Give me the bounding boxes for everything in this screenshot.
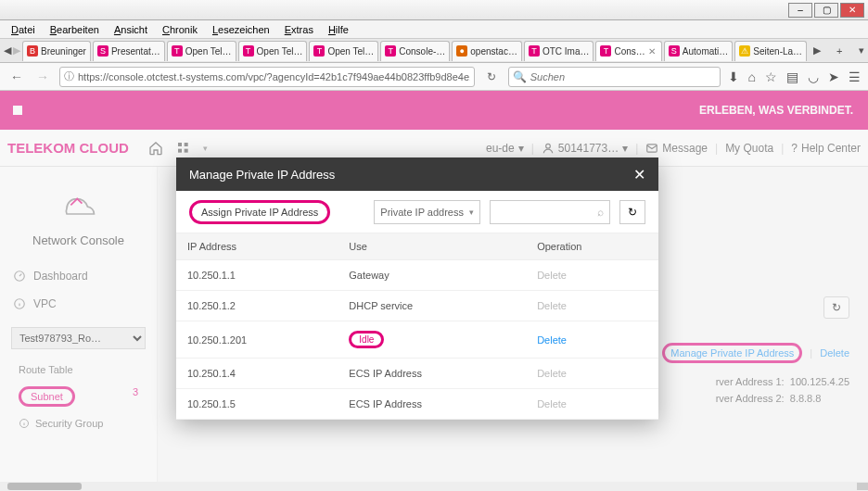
browser-tab[interactable]: ●openstac…	[452, 41, 522, 61]
menu-hilfe[interactable]: Hilfe	[321, 22, 356, 37]
search-icon: ⌕	[597, 206, 604, 219]
cell-ip: 10.250.1.1	[176, 260, 338, 291]
horizontal-scrollbar[interactable]	[0, 482, 868, 491]
nav-fwd-button[interactable]: →	[33, 68, 52, 86]
cell-use: ECS IP Address	[338, 389, 526, 420]
browser-tabstrip: ◀ ▶ BBreuningerSPresentat…TOpen Tel…TOpe…	[0, 39, 868, 63]
ip-table: IP Address Use Operation 10.250.1.1Gatew…	[176, 233, 658, 420]
new-tab-button[interactable]: +	[831, 43, 848, 59]
modal-reload-button[interactable]: ↻	[619, 200, 645, 224]
favicon: T	[243, 45, 254, 57]
site-identity-icon[interactable]: ⓘ	[64, 69, 74, 83]
modal-close-button[interactable]: ✕	[633, 166, 645, 183]
scrollbar-button[interactable]	[857, 483, 868, 490]
cell-ip: 10.250.1.5	[176, 389, 338, 420]
browser-tab[interactable]: TOpen Tel…	[309, 41, 378, 61]
favicon: S	[669, 45, 680, 57]
browser-tab[interactable]: TOpen Tel…	[167, 41, 236, 61]
menu-extras[interactable]: Extras	[277, 22, 321, 37]
browser-tab[interactable]: TOTC Ima…	[524, 41, 594, 61]
cell-ip: 10.250.1.2	[176, 291, 338, 321]
window-minimize-button[interactable]: –	[788, 3, 812, 18]
tab-label: Breuninger	[41, 46, 86, 57]
browser-tab[interactable]: TCons…✕	[595, 41, 661, 61]
tab-label: openstac…	[470, 46, 517, 57]
col-use: Use	[338, 233, 526, 260]
col-ip: IP Address	[176, 233, 338, 260]
home-icon[interactable]: ⌂	[748, 69, 756, 84]
browser-tab[interactable]: BBreuninger	[22, 41, 91, 61]
search-icon: 🔍	[513, 70, 527, 83]
idle-badge: Idle	[349, 331, 384, 348]
tab-label: Open Tel…	[327, 46, 374, 57]
modal-header: Manage Private IP Address ✕	[176, 157, 658, 191]
browser-tab[interactable]: TConsole-…	[380, 41, 450, 61]
window-maximize-button[interactable]: ▢	[814, 3, 838, 18]
menu-bearbeiten[interactable]: Bearbeiten	[43, 22, 107, 37]
menu-icon[interactable]: ☰	[849, 69, 861, 84]
tab-nav-back[interactable]: ◀	[4, 43, 11, 59]
browser-tab[interactable]: TOpen Tel…	[238, 41, 308, 61]
modal-title: Manage Private IP Address	[189, 168, 335, 182]
assign-private-ip-button[interactable]: Assign Private IP Address	[189, 200, 330, 224]
modal-toolbar: Assign Private IP Address Private IP add…	[176, 191, 658, 233]
tab-nav-fwd[interactable]: ▶	[13, 43, 20, 59]
favicon: T	[385, 45, 396, 57]
menu-lesezeichen[interactable]: Lesezeichen	[205, 22, 277, 37]
tab-close-button[interactable]: ✕	[648, 46, 657, 57]
url-input-wrap[interactable]: ⓘ	[59, 67, 475, 87]
cell-use: Gateway	[338, 260, 526, 291]
search-input[interactable]	[530, 71, 716, 82]
table-row: 10.250.1.1GatewayDelete	[176, 260, 658, 291]
favicon: T	[600, 45, 611, 57]
tab-list-button[interactable]: ▾	[853, 43, 868, 59]
reload-button[interactable]: ↻	[482, 68, 501, 86]
cell-use: DHCP service	[338, 291, 526, 321]
pocket-icon[interactable]: ◡	[808, 69, 819, 84]
search-box[interactable]: 🔍	[508, 67, 721, 87]
table-row: 10.250.1.4ECS IP AddressDelete	[176, 359, 658, 389]
delete-ip-link[interactable]: Delete	[526, 321, 658, 359]
cell-ip: 10.250.1.4	[176, 359, 338, 389]
tab-label: Cons…	[614, 46, 645, 57]
delete-ip-link: Delete	[526, 260, 658, 291]
scrollbar-thumb[interactable]	[7, 483, 82, 490]
filter-input[interactable]: ⌕	[490, 200, 610, 224]
favicon: T	[529, 45, 540, 57]
manage-private-ip-modal: Manage Private IP Address ✕ Assign Priva…	[176, 157, 658, 420]
urlbar: ← → ⓘ ↻ 🔍 ⬇ ⌂ ☆ ▤ ◡ ➤ ☰	[0, 63, 868, 91]
url-input[interactable]	[78, 71, 470, 82]
cell-use: Idle	[338, 321, 526, 359]
browser-tab[interactable]: SAutomati…	[664, 41, 733, 61]
cell-ip: 10.250.1.201	[176, 321, 338, 359]
nav-back-button[interactable]: ←	[7, 68, 26, 86]
menubar: DateiBearbeitenAnsichtChronikLesezeichen…	[0, 20, 868, 39]
favicon: S	[97, 45, 108, 57]
bookmark-icon[interactable]: ☆	[765, 69, 777, 84]
favicon: ⚠	[739, 45, 750, 57]
library-icon[interactable]: ▤	[786, 69, 798, 84]
menu-datei[interactable]: Datei	[4, 22, 43, 37]
browser-tab[interactable]: ⚠Seiten-La…	[734, 41, 807, 61]
favicon: T	[313, 45, 325, 57]
window-close-button[interactable]: ✕	[840, 3, 864, 18]
favicon: ●	[456, 45, 467, 57]
menu-chronik[interactable]: Chronik	[155, 22, 205, 37]
favicon: T	[172, 45, 183, 57]
favicon: B	[27, 45, 38, 57]
tab-label: Open Tel…	[257, 46, 303, 57]
menu-ansicht[interactable]: Ansicht	[107, 22, 155, 37]
tab-label: Console-…	[399, 46, 445, 57]
browser-tab[interactable]: SPresentat…	[93, 41, 165, 61]
downloads-icon[interactable]: ⬇	[728, 69, 739, 84]
delete-ip-link: Delete	[526, 359, 658, 389]
tab-scroll-right[interactable]: ▶	[809, 43, 825, 59]
filter-type-select[interactable]: Private IP address	[374, 200, 480, 224]
send-icon[interactable]: ➤	[828, 69, 839, 84]
tab-label: Open Tel…	[185, 46, 232, 57]
col-op: Operation	[526, 233, 658, 260]
delete-ip-link: Delete	[526, 291, 658, 321]
window-titlebar: – ▢ ✕	[0, 0, 868, 20]
tab-label: Presentat…	[111, 46, 160, 57]
table-row: 10.250.1.5ECS IP AddressDelete	[176, 389, 658, 420]
